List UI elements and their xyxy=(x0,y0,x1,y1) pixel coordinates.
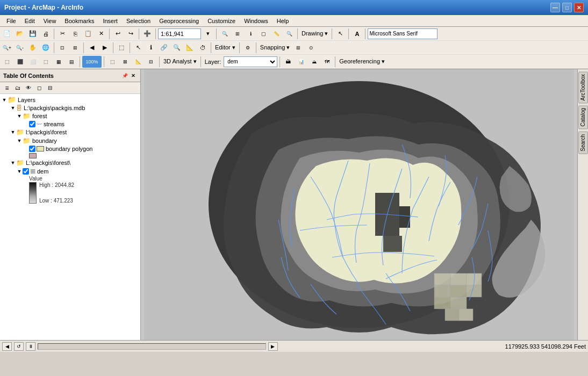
layer-dropdown[interactable]: dem xyxy=(224,56,277,67)
menu-bookmarks[interactable]: Bookmarks xyxy=(60,15,98,26)
measure2-btn[interactable]: 📐 xyxy=(184,42,196,54)
find-btn[interactable]: 🔍 xyxy=(283,28,295,40)
zoom-full-btn[interactable]: ⊞ xyxy=(232,28,243,40)
pan-btn[interactable]: ✋ xyxy=(27,42,39,54)
menu-insert[interactable]: Insert xyxy=(98,15,122,26)
toc-pin-button[interactable]: 📌 xyxy=(121,72,128,79)
streams-checkbox[interactable] xyxy=(29,121,35,127)
info-btn[interactable]: ℹ xyxy=(145,42,157,54)
pause-btn[interactable]: ⏸ xyxy=(26,342,35,351)
select2[interactable]: ⬚ xyxy=(116,42,127,54)
arctoolbox-tab[interactable]: ArcToolbox xyxy=(578,71,588,103)
close-button[interactable]: ✕ xyxy=(574,3,584,12)
dem-checkbox[interactable] xyxy=(23,168,29,175)
save-button[interactable]: 💾 xyxy=(27,28,39,40)
scroll-right-btn[interactable]: ▶ xyxy=(268,342,278,351)
layout1[interactable]: ⬚ xyxy=(106,56,118,68)
menu-edit[interactable]: Edit xyxy=(20,15,39,26)
dem-item[interactable]: ▼ ▦ dem xyxy=(1,167,139,175)
A-btn[interactable]: A xyxy=(351,28,363,40)
boundary-item[interactable]: ▼ 📁 boundary xyxy=(1,136,139,145)
map-canvas[interactable] xyxy=(141,69,577,340)
nav-back[interactable]: ◀ xyxy=(86,42,98,54)
menu-selection[interactable]: Selection xyxy=(122,15,155,26)
redo-button[interactable]: ↪ xyxy=(125,28,137,40)
nav-fwd[interactable]: ▶ xyxy=(99,42,111,54)
zoom-in-btn[interactable]: 🔍 xyxy=(219,28,231,40)
streams-item[interactable]: ▶ 〰 streams xyxy=(1,120,139,128)
toc-collapse-btn[interactable]: ⊟ xyxy=(45,83,55,93)
globe-btn[interactable]: 🌐 xyxy=(40,42,52,54)
undo-button[interactable]: ↩ xyxy=(112,28,124,40)
zoom-layer[interactable]: ⊞ xyxy=(69,42,81,54)
menu-windows[interactable]: Windows xyxy=(240,15,273,26)
toc-close-button[interactable]: ✕ xyxy=(130,72,137,79)
folder-item[interactable]: ▼ 📁 l:\packgis\forest xyxy=(1,128,139,136)
misc5[interactable]: ▦ xyxy=(53,56,64,68)
print-button[interactable]: 🖨 xyxy=(40,28,52,40)
boundary-polygon-checkbox[interactable] xyxy=(29,146,35,152)
zoom-full2[interactable]: ⊡ xyxy=(56,42,68,54)
drawing-label[interactable]: Drawing ▾ xyxy=(300,30,329,37)
time-btn[interactable]: ⏱ xyxy=(197,42,209,54)
misc3[interactable]: ⬜ xyxy=(27,56,39,68)
refresh-btn[interactable]: ↺ xyxy=(14,342,24,351)
3d-btn1[interactable]: 🏔 xyxy=(282,56,294,68)
misc1[interactable]: ⬚ xyxy=(1,56,13,68)
scroll-left-btn[interactable]: ◀ xyxy=(2,342,12,351)
3d-btn2[interactable]: 📊 xyxy=(295,56,307,68)
misc4[interactable]: ⬚ xyxy=(40,56,52,68)
analyst-label[interactable]: 3D Analyst ▾ xyxy=(162,58,198,65)
add-data-button[interactable]: ➕ xyxy=(141,28,153,40)
toc-selection-view-btn[interactable]: ◻ xyxy=(34,83,44,93)
open-button[interactable]: 📂 xyxy=(14,28,26,40)
maximize-button[interactable]: □ xyxy=(562,3,572,12)
pointer-btn[interactable]: ↖ xyxy=(132,42,144,54)
editor-label[interactable]: Editor ▾ xyxy=(213,44,237,51)
measure-btn[interactable]: 📏 xyxy=(270,28,282,40)
toc-display-view-btn[interactable]: 👁 xyxy=(24,83,33,93)
forest-item[interactable]: ▼ 📁 forest xyxy=(1,112,139,120)
delete-button[interactable]: ✕ xyxy=(95,28,107,40)
scale-input[interactable] xyxy=(158,28,201,39)
3d-btn4[interactable]: 🗺 xyxy=(321,56,333,68)
misc2[interactable]: ⬛ xyxy=(14,56,26,68)
zoom-in2[interactable]: 🔍+ xyxy=(1,42,13,54)
snap-dot[interactable]: ⊙ xyxy=(305,42,317,54)
new-button[interactable]: 📄 xyxy=(1,28,13,40)
menu-geoprocessing[interactable]: Geoprocessing xyxy=(155,15,203,26)
search-tab[interactable]: Search xyxy=(578,132,588,154)
boundary-polygon-item[interactable]: ▶ boundary polygon xyxy=(1,145,139,153)
3d-btn3[interactable]: ⛰ xyxy=(308,56,320,68)
zoom-out2[interactable]: 🔍- xyxy=(14,42,26,54)
toc-list-view-btn[interactable]: ≡ xyxy=(2,83,12,93)
layout2[interactable]: ⊠ xyxy=(119,56,131,68)
identify-btn[interactable]: ℹ xyxy=(245,28,256,40)
db-item[interactable]: ▼ 🗄 L:\packgis\packgis.mdb xyxy=(1,104,139,112)
menu-view[interactable]: View xyxy=(39,15,61,26)
snapping-label[interactable]: Snapping ▾ xyxy=(259,44,292,51)
selected-blue[interactable]: 100% xyxy=(82,56,102,68)
edit-btns[interactable]: ⚙ xyxy=(242,42,254,54)
paste-button[interactable]: 📋 xyxy=(82,28,94,40)
cursor-btn[interactable]: ↖ xyxy=(334,28,346,40)
hyperlink-btn[interactable]: 🔗 xyxy=(158,42,170,54)
folder2-item[interactable]: ▼ 📁 L:\packgis\forest\ xyxy=(1,158,139,167)
georef-label[interactable]: Georeferencing ▾ xyxy=(338,58,386,65)
menu-customize[interactable]: Customize xyxy=(203,15,240,26)
menu-file[interactable]: File xyxy=(2,15,20,26)
toc-source-view-btn[interactable]: 🗂 xyxy=(13,83,23,93)
minimize-button[interactable]: — xyxy=(550,3,560,12)
copy-button[interactable]: ⎘ xyxy=(69,28,81,40)
catalog-tab[interactable]: Catalog xyxy=(578,105,588,129)
cut-button[interactable]: ✂ xyxy=(56,28,68,40)
snap-grid[interactable]: ⊞ xyxy=(292,42,304,54)
horizontal-scrollbar[interactable] xyxy=(38,343,266,350)
layers-root[interactable]: ▼ 📁 Layers xyxy=(1,95,139,104)
misc6[interactable]: ▤ xyxy=(66,56,77,68)
menu-help[interactable]: Help xyxy=(273,15,293,26)
scale-dropdown[interactable]: ▾ xyxy=(202,28,214,40)
layout4[interactable]: ⊟ xyxy=(145,56,157,68)
font-selector[interactable] xyxy=(368,28,438,39)
find2-btn[interactable]: 🔍 xyxy=(171,42,183,54)
